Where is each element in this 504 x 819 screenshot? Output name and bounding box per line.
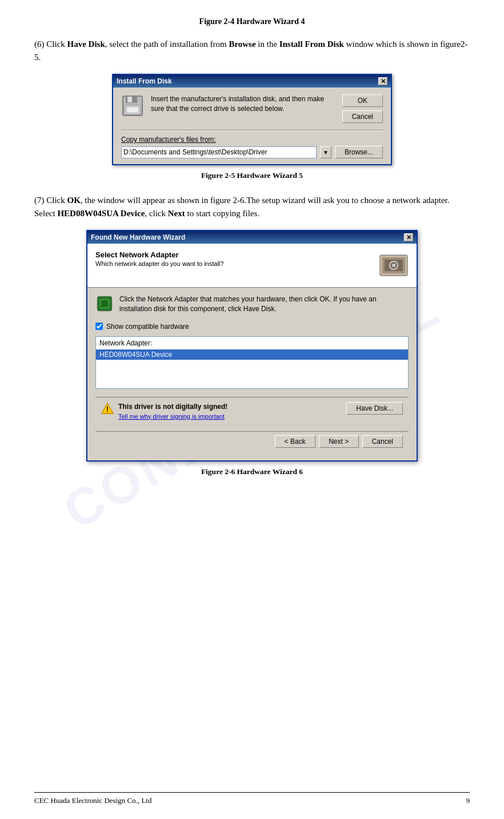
show-compatible-checkbox[interactable] <box>95 323 103 330</box>
para1-text: (6) Click <box>34 39 67 49</box>
fnhw-header: Select Network Adapter Which network ada… <box>87 244 417 288</box>
figure4-caption: Figure 2-4 Hardware Wizard 4 <box>34 17 470 26</box>
found-new-hardware-dialog: Found New Hardware Wizard ✕ Select Netwo… <box>86 230 418 462</box>
para2-start: (7) Click <box>34 196 67 205</box>
fnhw-warning-row: ! This driver is not digitally signed! T… <box>95 397 409 426</box>
install-cancel-button[interactable]: Cancel <box>342 110 383 123</box>
install-dialog-body: Insert the manufacturer's installation d… <box>113 88 391 164</box>
floppy-disk-icon <box>121 94 144 117</box>
para1-mid2: in the <box>256 39 279 49</box>
fnhw-close-button[interactable]: ✕ <box>404 233 413 241</box>
install-dialog-close-button[interactable]: ✕ <box>378 77 387 85</box>
install-dialog-top-row: Insert the manufacturer's installation d… <box>121 94 383 123</box>
dialog-copy-row: Copy manufacturer's files from: ▼ Browse… <box>121 136 383 158</box>
install-dialog-titlebar: Install From Disk ✕ <box>113 75 391 88</box>
dialog-separator <box>121 130 383 131</box>
path-input[interactable] <box>121 146 317 158</box>
next-button[interactable]: Next > <box>319 435 359 448</box>
para1-mid: , select the path of installation from <box>105 39 229 49</box>
svg-rect-4 <box>127 107 138 113</box>
fnhw-content: Click the Network Adapter that matches y… <box>87 288 417 460</box>
fnhw-list-spacer <box>96 360 408 388</box>
install-dialog-buttons: OK Cancel <box>342 94 383 123</box>
svg-rect-2 <box>127 97 132 102</box>
paragraph-2: (7) Click OK, the window will appear as … <box>34 194 470 220</box>
figure5-container: Install From Disk ✕ <box>34 74 470 188</box>
browse-button[interactable]: Browse... <box>335 146 383 158</box>
back-button[interactable]: < Back <box>275 435 315 448</box>
svg-rect-12 <box>101 300 108 307</box>
browse-bold: Browse <box>229 39 255 49</box>
para2-end: to start copying files. <box>185 209 259 218</box>
warning-bold-text: This driver is not digitally signed! <box>118 403 227 411</box>
have-disk-button[interactable]: Have Disk... <box>346 402 403 415</box>
fnhw-info-text: Click the Network Adapter that matches y… <box>119 295 409 315</box>
ok-bold: OK <box>67 196 81 205</box>
fnhw-warning-left: ! This driver is not digitally signed! T… <box>101 402 227 422</box>
install-from-disk-bold: Install From Disk <box>279 39 344 49</box>
fnhw-warning-text: This driver is not digitally signed! Tel… <box>118 402 227 422</box>
para2-mid2: , click <box>145 209 167 218</box>
fnhw-header-subtitle: Which network adapter do you want to ins… <box>95 260 223 267</box>
install-dialog-title: Install From Disk <box>117 77 172 85</box>
page-number: 9 <box>466 796 470 805</box>
fnhw-list-item[interactable]: HED08W04SUA Device <box>96 349 408 360</box>
driver-signing-link[interactable]: Tell me why driver signing is important <box>118 413 225 420</box>
fnhw-titlebar: Found New Hardware Wizard ✕ <box>87 231 417 244</box>
have-disk-bold: Have Disk <box>67 39 105 49</box>
figure6-container: Found New Hardware Wizard ✕ Select Netwo… <box>34 230 470 484</box>
figure5-caption: Figure 2-5 Hardware Wizard 5 <box>201 171 303 180</box>
footer-company: CEC Huada Electronic Design Co., Ltd <box>34 796 151 805</box>
fnhw-checkbox-row: Show compatible hardware <box>95 323 409 331</box>
figure6-caption: Figure 2-6 Hardware Wizard 6 <box>201 467 303 476</box>
fnhw-header-text: Select Network Adapter Which network ada… <box>95 251 223 267</box>
fnhw-info-row: Click the Network Adapter that matches y… <box>95 295 409 315</box>
install-from-disk-dialog: Install From Disk ✕ <box>112 74 392 165</box>
show-compatible-label: Show compatible hardware <box>106 323 189 331</box>
next-bold: Next <box>168 209 185 218</box>
chip-icon <box>95 295 114 313</box>
install-dialog-message: Insert the manufacturer's installation d… <box>151 94 335 114</box>
page-footer: CEC Huada Electronic Design Co., Ltd 9 <box>34 792 470 805</box>
copy-input-row: ▼ Browse... <box>121 146 383 158</box>
install-ok-button[interactable]: OK <box>342 94 383 107</box>
fnhw-bottom-buttons: < Back Next > Cancel <box>95 431 409 454</box>
fnhw-list-box: Network Adapter: HED08W04SUA Device <box>95 336 409 389</box>
svg-point-9 <box>392 264 395 267</box>
fnhw-cancel-button[interactable]: Cancel <box>362 435 403 448</box>
svg-text:!: ! <box>106 405 109 414</box>
fnhw-list-label: Network Adapter: <box>96 337 408 349</box>
warning-icon: ! <box>101 402 114 415</box>
fnhw-header-title: Select Network Adapter <box>95 251 223 259</box>
copy-label: Copy manufacturer's files from: <box>121 136 383 144</box>
fnhw-title: Found New Hardware Wizard <box>91 233 185 241</box>
network-wizard-icon <box>379 251 409 280</box>
path-dropdown-button[interactable]: ▼ <box>320 146 331 158</box>
device-bold: HED08W04SUA Device <box>57 209 145 218</box>
paragraph-1: (6) Click Have Disk, select the path of … <box>34 38 470 63</box>
